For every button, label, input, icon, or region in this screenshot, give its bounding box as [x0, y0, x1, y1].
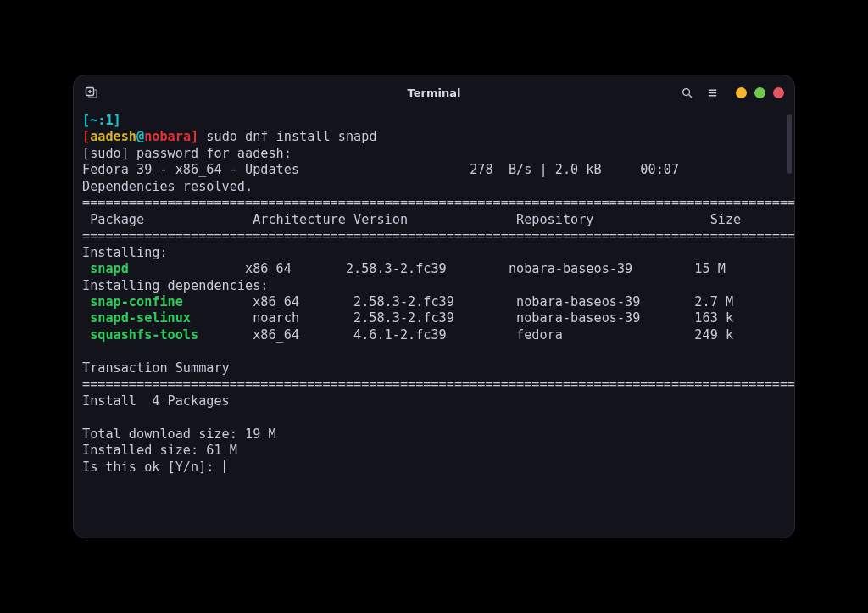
prompt-cwd-open: [: [82, 113, 90, 128]
terminal-window: Terminal [~:1] [aadesh@nobara] sudo dnf …: [74, 75, 794, 538]
pkg-snapd-selinux-name: snapd-selinux: [82, 310, 191, 326]
download-size: Total download size: 19 M: [82, 426, 276, 442]
sudo-line: [sudo] password for aadesh:: [82, 146, 292, 161]
pkg-snapd-selinux-cols: noarch 2.58.3-2.fc39 nobara-baseos-39 16…: [191, 310, 733, 326]
prompt-cwd: ~:1: [90, 113, 113, 128]
tx-summary-label: Transaction Summary: [82, 360, 230, 376]
titlebar: Terminal: [74, 75, 794, 109]
table-header: Package Architecture Version Repository …: [82, 212, 741, 227]
prompt-host: nobara: [144, 129, 191, 144]
prompt-close: ]: [191, 129, 206, 144]
pkg-snapd-name: snapd: [82, 261, 129, 276]
terminal-output: [~:1] [aadesh@nobara] sudo dnf install s…: [82, 113, 786, 476]
prompt-at: @: [136, 129, 144, 144]
close-button[interactable]: [773, 87, 784, 98]
maximize-button[interactable]: [754, 87, 765, 98]
cursor[interactable]: [224, 460, 225, 473]
search-icon[interactable]: [680, 86, 693, 99]
minimize-button[interactable]: [736, 87, 747, 98]
prompt-open: [: [82, 129, 90, 144]
command-text: sudo dnf install snapd: [206, 129, 376, 144]
installing-deps-label: Installing dependencies:: [82, 278, 268, 293]
rule-2: ========================================…: [82, 228, 794, 243]
pkg-snap-confine-cols: x86_64 2.58.3-2.fc39 nobara-baseos-39 2.…: [183, 294, 733, 309]
svg-point-1: [682, 88, 689, 95]
pkg-squashfs-tools-name: squashfs-tools: [82, 327, 198, 343]
confirm-prompt: Is this ok [Y/n]:: [82, 460, 222, 475]
rule-3: ========================================…: [82, 376, 794, 392]
window-controls: [736, 87, 784, 98]
scrollbar-thumb[interactable]: [787, 114, 792, 174]
repo-line: Fedora 39 - x86_64 - Updates 278 B/s | 2…: [82, 162, 679, 177]
pkg-snap-confine-name: snap-confine: [82, 294, 183, 309]
prompt-cwd-close: ]: [114, 113, 121, 128]
installing-label: Installing:: [82, 245, 168, 260]
install-count: Install 4 Packages: [82, 393, 230, 409]
new-tab-icon[interactable]: [84, 86, 97, 99]
menu-icon[interactable]: [705, 86, 719, 99]
rule-1: ========================================…: [82, 195, 794, 210]
prompt-user: aadesh: [90, 129, 136, 144]
pkg-snapd-cols: x86_64 2.58.3-2.fc39 nobara-baseos-39 15…: [129, 261, 726, 276]
deps-line: Dependencies resolved.: [82, 179, 253, 194]
pkg-squashfs-tools-cols: x86_64 4.6.1-2.fc39 fedora 249 k: [198, 327, 733, 343]
installed-size: Installed size: 61 M: [82, 443, 237, 458]
terminal-viewport[interactable]: [~:1] [aadesh@nobara] sudo dnf install s…: [74, 109, 794, 538]
